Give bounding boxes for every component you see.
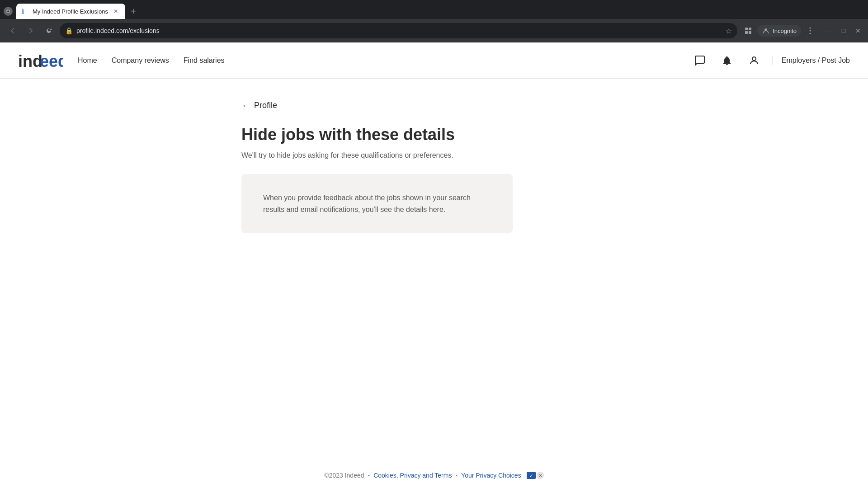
page-footer: ©2023 Indeed - Cookies, Privacy and Term… [0,463,868,488]
window-controls: ─ □ ✕ [825,26,863,35]
svg-point-8 [810,33,811,34]
info-box: When you provide feedback about the jobs… [241,174,513,233]
nav-company-reviews[interactable]: Company reviews [112,56,169,65]
lock-icon: 🔒 [65,27,73,34]
svg-point-6 [810,28,811,29]
website: ind eed Home Company reviews Find salari… [0,42,868,488]
svg-point-11 [752,57,756,61]
main-navbar: ind eed Home Company reviews Find salari… [0,42,868,79]
menu-button[interactable] [803,23,817,38]
minimize-button[interactable]: ─ [825,26,834,35]
account-icon[interactable] [745,52,763,70]
nav-links: Home Company reviews Find salaries [78,56,691,65]
active-tab[interactable]: ℹ My Indeed Profile Exclusions ✕ [16,4,125,19]
separator-2: - [455,472,458,479]
tab-bar: ℹ My Indeed Profile Exclusions ✕ + [0,0,868,19]
browser-chrome: ℹ My Indeed Profile Exclusions ✕ + 🔒 pro… [0,0,868,42]
maximize-button[interactable]: □ [839,26,848,35]
svg-text:eed: eed [40,52,63,70]
indeed-logo[interactable]: ind eed [18,52,63,70]
tab-group-indicator[interactable] [4,7,13,16]
incognito-button[interactable]: Incognito [757,25,801,37]
svg-rect-3 [745,31,748,34]
new-tab-button[interactable]: + [127,5,140,18]
privacy-choices-link[interactable]: Your Privacy Choices [461,472,521,479]
extensions-button[interactable] [741,23,755,38]
privacy-close-icon[interactable]: ✕ [537,472,544,479]
cookies-privacy-link[interactable]: Cookies, Privacy and Terms [373,472,452,479]
svg-point-7 [810,30,811,32]
tab-title: My Indeed Profile Exclusions [33,8,108,15]
forward-button[interactable] [24,23,38,38]
back-link-label: Profile [254,101,277,110]
address-bar[interactable]: 🔒 profile.indeed.com/exclusions ☆ [60,23,737,38]
privacy-icon: ✓ [527,472,536,479]
reload-button[interactable] [42,23,56,38]
separator-1: - [368,472,370,479]
info-box-text: When you provide feedback about the jobs… [263,192,491,215]
employer-link[interactable]: Employers / Post Job [772,56,850,65]
bookmark-icon[interactable]: ☆ [726,27,732,35]
page-subtitle: We'll try to hide jobs asking for these … [241,151,627,160]
navbar-right: Employers / Post Job [691,52,850,70]
back-to-profile-link[interactable]: ← Profile [241,100,627,111]
main-content: ← Profile Hide jobs with these details W… [231,79,637,255]
incognito-label: Incognito [773,28,797,34]
svg-rect-2 [749,28,751,30]
tab-close-button[interactable]: ✕ [112,7,120,15]
svg-text:ind: ind [18,52,42,70]
messages-icon[interactable] [691,52,709,70]
page-title: Hide jobs with these details [241,125,627,144]
privacy-badge: ✓ ✕ [527,472,544,479]
url-display: profile.indeed.com/exclusions [76,27,722,34]
copyright-text: ©2023 Indeed [324,472,364,479]
svg-rect-1 [745,28,748,30]
back-arrow-icon: ← [241,100,250,111]
close-button[interactable]: ✕ [854,26,863,35]
tab-info-icon: ℹ [22,8,29,15]
notifications-icon[interactable] [718,52,736,70]
nav-home[interactable]: Home [78,56,97,65]
svg-rect-4 [749,31,751,34]
nav-find-salaries[interactable]: Find salaries [184,56,225,65]
toolbar: 🔒 profile.indeed.com/exclusions ☆ Incogn… [0,19,868,42]
back-button[interactable] [5,23,20,38]
toolbar-right: Incognito [741,23,817,38]
